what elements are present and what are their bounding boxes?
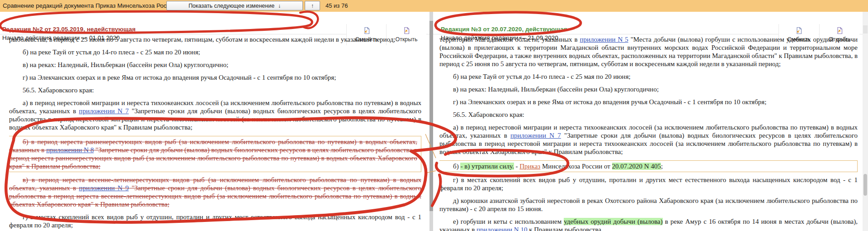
document-open-icon: [403, 27, 410, 36]
next-change-label: Показать следующее изменение: [189, 3, 274, 9]
highlighted-text: - в) утратили силу.: [460, 163, 514, 170]
paragraph: е) горбуши и кеты с использованием удебн…: [439, 217, 858, 231]
paragraph: б) на реке Тауй от устья до 14-го плеса …: [9, 48, 421, 56]
right-revision-title: Редакция №3 от 20.07.2020, действующая: [441, 26, 567, 33]
paragraph: г) на Элекчанских озерах и в реке Яма от…: [439, 98, 858, 106]
document-swap-icon: [363, 27, 370, 36]
change-counter: 45 из 76: [326, 2, 348, 9]
paragraph: территории Магаданской области, указанны…: [439, 35, 858, 68]
highlighted-text: удебных орудий добычи (вылова): [564, 218, 662, 225]
deleted-paragraph: б) в период нереста ранненерестующих вид…: [9, 138, 417, 170]
paragraph: а) в период нерестовой миграции и нерест…: [9, 99, 421, 131]
link-prilozhenie-n10[interactable]: приложении N 10: [476, 226, 527, 231]
change-text: б): [453, 163, 460, 170]
down-arrow-icon: ↓: [278, 3, 281, 9]
link-prilozhenie-n7[interactable]: приложении N 7: [79, 107, 129, 115]
scroll-up-button[interactable]: [863, 25, 868, 34]
paragraph-text: к Правилам рыболовства.: [527, 226, 603, 231]
compare-toolbar: Сравнение редакций документа Приказ Минс…: [0, 0, 868, 12]
paragraph: в) на реках: Наледный, Нильберкан (бассе…: [9, 61, 421, 69]
left-panel-scrollbar-thumb[interactable]: [429, 21, 433, 211]
previous-change-button[interactable]: ↑: [305, 1, 320, 10]
paragraph: 56.5. Хабаровского края:: [439, 111, 858, 119]
selected-change-box: б) - в) утратили силу. - Приказ Минсельх…: [439, 160, 858, 172]
next-change-button[interactable]: Показать следующее изменение ↓: [166, 1, 303, 10]
right-panel-scrollbar-thumb[interactable]: [863, 174, 867, 196]
document-open-icon: [836, 27, 843, 36]
document-swap-icon: [795, 27, 802, 36]
up-arrow-icon: ↑: [311, 3, 314, 9]
selected-change-box: б) в период нереста ранненерестующих вид…: [9, 136, 421, 172]
highlighted-text: 20.07.2020 N 405: [612, 163, 661, 170]
right-document-panel: территории Магаданской области, указанны…: [439, 35, 858, 231]
left-document-panel: рыболовства, в период с 25 июня по 5 авг…: [9, 35, 421, 231]
paragraph: г) в местах скоплений всех видов рыб у о…: [439, 176, 858, 192]
change-text: Минсельхоза России от: [540, 163, 612, 170]
left-panel-scrollbar[interactable]: [429, 12, 433, 231]
paragraph: а) в период нерестовой миграции и нерест…: [439, 123, 858, 156]
link-prilozhenie-n7[interactable]: приложении N 7: [510, 132, 561, 139]
left-revision-title: Редакция №2 от 23.05.2019, недействующая: [2, 26, 136, 33]
change-paragraph: б) - в) утратили силу. - Приказ Минсельх…: [439, 162, 854, 170]
paragraph-text: территории Магаданской области, указанны…: [439, 36, 580, 43]
revision-header-band: Редакция №2 от 23.05.2019, недействующая…: [0, 12, 868, 34]
paragraph: г) в местах скоплений всех видов рыб у о…: [9, 213, 421, 229]
paragraph-text: е) горбуши и кеты с использованием: [453, 218, 564, 225]
right-panel-scrollbar[interactable]: [863, 12, 868, 231]
paragraph: в) на реках: Наледный, Нильберкан (бассе…: [439, 85, 858, 93]
paragraph: д) корюшки азиатской зубастой нерестовой…: [439, 197, 858, 213]
deleted-paragraph: в) в период нереста весенне-летненересту…: [9, 176, 421, 208]
change-text: ;: [661, 163, 663, 170]
paragraph: б) на реке Тауй от устья до 14-го плеса …: [439, 72, 858, 81]
link-prikaz-405[interactable]: Приказ: [519, 163, 540, 170]
link-prilozhenie-n5[interactable]: приложении N 5: [580, 36, 628, 43]
link-prilozhenie-n9[interactable]: приложении N 9: [79, 184, 129, 192]
change-text: -: [514, 163, 520, 170]
paragraph: рыболовства, в период с 25 июня по 5 авг…: [9, 35, 421, 43]
paragraph: 56.5. Хабаровского края:: [9, 86, 421, 94]
link-prilozhenie-n8[interactable]: приложении N 8: [46, 146, 94, 154]
paragraph: г) на Элекчанских озерах и в реке Яма от…: [9, 73, 421, 82]
